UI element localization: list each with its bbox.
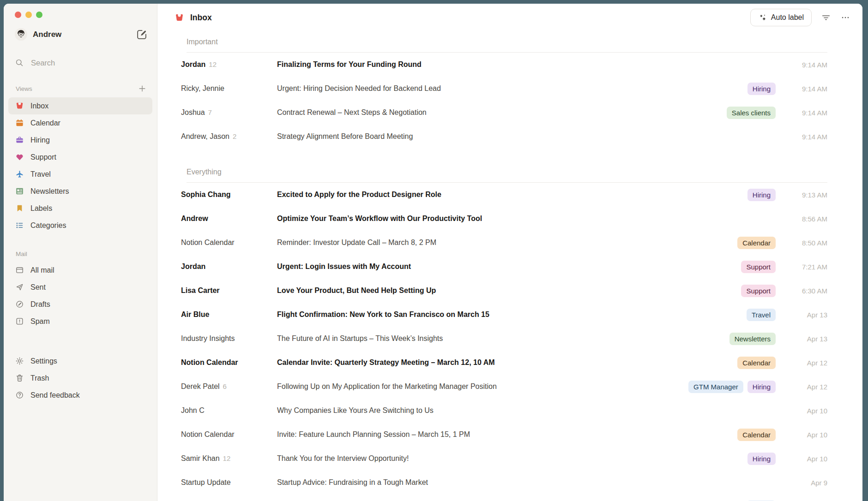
sender-name: Sophia Chang (181, 191, 231, 199)
mail-row[interactable]: Sophia ChangExcited to Apply for the Pro… (175, 183, 827, 207)
sender: Startup Update (181, 478, 273, 487)
sidebar-item-drafts[interactable]: Drafts (8, 296, 152, 313)
window-controls (4, 12, 157, 18)
footer-nav: SettingsTrashSend feedback (4, 348, 157, 404)
mail-section-important: ImportantJordan12Finalizing Terms for Yo… (175, 29, 827, 149)
mail-row[interactable]: Go RentalsUpgrade: Rental Details – Pick… (175, 495, 827, 501)
section-header: Important (187, 29, 827, 53)
mail-row[interactable]: AndrewOptimize Your Team’s Workflow with… (175, 207, 827, 231)
sender-name: Jordan (181, 60, 205, 69)
thread-count: 12 (223, 454, 231, 462)
mail-nav: All mailSentDraftsSpam (4, 257, 157, 330)
subject: Startup Advice: Fundraising in a Tough M… (277, 478, 769, 487)
mail-row[interactable]: Notion CalendarCalendar Invite: Quarterl… (175, 351, 827, 375)
sender: Andrew, Jason2 (181, 132, 273, 141)
mail-row[interactable]: John CWhy Companies Like Yours Are Switc… (175, 399, 827, 423)
sidebar-item-newsletters[interactable]: Newsletters (8, 183, 152, 200)
sidebar-item-inbox[interactable]: Inbox (8, 97, 152, 114)
tag-hiring: Hiring (747, 453, 776, 465)
subject: Why Companies Like Yours Are Switching t… (277, 406, 769, 415)
sender-name: Andrew (181, 215, 208, 223)
drafts-icon (15, 300, 24, 309)
timestamp: 9:14 AM (783, 133, 827, 141)
sidebar-item-hiring[interactable]: Hiring (8, 131, 152, 149)
plus-icon (138, 84, 147, 93)
timestamp: Apr 12 (783, 359, 827, 367)
sidebar-item-label: Spam (30, 317, 50, 326)
minimize-window-button[interactable] (25, 12, 32, 18)
briefcase-icon (15, 136, 24, 144)
list-icon (15, 221, 24, 230)
sender-name: Notion Calendar (181, 358, 238, 367)
tag-calendar: Calendar (737, 357, 776, 369)
subject: Flight Confirmation: New York to San Fra… (277, 310, 740, 319)
mail-row[interactable]: Air BlueFlight Confirmation: New York to… (175, 303, 827, 327)
add-view-button[interactable] (138, 84, 147, 93)
mail-row[interactable]: JordanUrgent: Login Issues with My Accou… (175, 255, 827, 279)
sidebar-item-labels[interactable]: Labels (8, 200, 152, 217)
sender: Andrew (181, 215, 273, 223)
tag-hiring: Hiring (747, 381, 776, 393)
tags: Hiring (747, 189, 776, 201)
sidebar-item-categories[interactable]: Categories (8, 217, 152, 234)
sidebar-item-sent[interactable]: Sent (8, 279, 152, 296)
app-window: Andrew Search Views InboxCalendarHiringS… (4, 4, 862, 501)
question-icon (15, 391, 24, 400)
sidebar-item-label: Hiring (30, 136, 50, 144)
mail-row[interactable]: Andrew, Jason2Strategy Alignment Before … (175, 125, 827, 149)
sender: Derek Patel6 (181, 382, 273, 391)
main-pane: Inbox Auto label ImportantJordan12Finali… (157, 4, 862, 501)
inbox-icon (175, 13, 184, 23)
timestamp: 9:14 AM (783, 85, 827, 93)
search-button[interactable]: Search (4, 58, 157, 67)
account-name: Andrew (33, 30, 61, 39)
mail-row[interactable]: Lisa CarterLove Your Product, But Need H… (175, 279, 827, 303)
sender: Notion Calendar (181, 358, 273, 367)
mail-row[interactable]: Derek Patel6Following Up on My Applicati… (175, 375, 827, 399)
tag-gtm-manager: GTM Manager (688, 381, 743, 393)
subject: The Future of AI in Startups – This Week… (277, 334, 723, 343)
inbox-icon (15, 101, 24, 110)
sidebar-item-settings[interactable]: Settings (8, 352, 152, 370)
timestamp: 7:21 AM (783, 263, 827, 271)
compose-button[interactable] (136, 29, 148, 41)
sidebar-item-label: Settings (30, 357, 57, 365)
calendar-icon (15, 119, 24, 127)
tags: Support (741, 285, 776, 297)
zoom-window-button[interactable] (36, 12, 42, 18)
subject: Thank You for the Interview Opportunity! (277, 454, 741, 463)
mail-row[interactable]: Notion CalendarInvite: Feature Launch Pl… (175, 423, 827, 447)
mail-row[interactable]: Notion CalendarReminder: Investor Update… (175, 231, 827, 255)
mail-row[interactable]: Ricky, JennieUrgent: Hiring Decision Nee… (175, 77, 827, 101)
sidebar-item-all-mail[interactable]: All mail (8, 262, 152, 279)
sidebar-item-label: Labels (30, 204, 52, 213)
tags: Calendar (737, 429, 776, 441)
filter-button[interactable] (821, 12, 831, 23)
sender-name: Andrew, Jason (181, 132, 229, 141)
timestamp: Apr 13 (783, 335, 827, 343)
account-row[interactable]: Andrew (4, 18, 157, 41)
sidebar-item-label: Newsletters (30, 187, 69, 196)
close-window-button[interactable] (15, 12, 21, 18)
mail-row[interactable]: Samir Khan12Thank You for the Interview … (175, 447, 827, 471)
page-title: Inbox (190, 13, 212, 23)
sender-name: Jordan (181, 262, 205, 271)
sidebar-item-trash[interactable]: Trash (8, 370, 152, 387)
avatar (15, 28, 27, 41)
mail-row[interactable]: Startup UpdateStartup Advice: Fundraisin… (175, 471, 827, 495)
mail-row[interactable]: Industry InsightsThe Future of AI in Sta… (175, 327, 827, 351)
sender: Lisa Carter (181, 286, 273, 295)
subject: Urgent: Login Issues with My Account (277, 262, 735, 271)
sender-name: Air Blue (181, 310, 209, 319)
sidebar-item-spam[interactable]: Spam (8, 313, 152, 330)
sidebar-item-travel[interactable]: Travel (8, 166, 152, 183)
mail-row[interactable]: Joshua7Contract Renewal – Next Steps & N… (175, 101, 827, 125)
sidebar-item-support[interactable]: Support (8, 149, 152, 166)
mail-row[interactable]: Jordan12Finalizing Terms for Your Fundin… (175, 53, 827, 77)
auto-label-button[interactable]: Auto label (750, 9, 812, 26)
timestamp: 9:13 AM (783, 191, 827, 199)
sidebar-item-send-feedback[interactable]: Send feedback (8, 387, 152, 404)
tag-newsletters: Newsletters (729, 333, 776, 345)
sidebar-item-calendar[interactable]: Calendar (8, 114, 152, 131)
more-options-button[interactable] (840, 12, 850, 23)
